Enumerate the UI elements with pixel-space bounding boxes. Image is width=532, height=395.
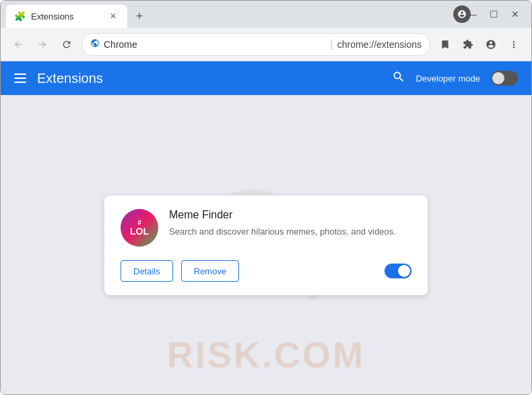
window-controls: — ☐ ✕	[464, 6, 523, 22]
close-button[interactable]: ✕	[507, 6, 523, 22]
search-icon[interactable]	[392, 70, 405, 87]
extensions-button[interactable]	[459, 35, 477, 54]
toggle-knob	[492, 72, 504, 84]
bookmark-button[interactable]	[436, 35, 455, 54]
minimize-button[interactable]: —	[464, 6, 480, 22]
developer-mode-toggle[interactable]	[491, 71, 518, 86]
developer-mode-label: Developer mode	[416, 73, 480, 84]
new-tab-button[interactable]: +	[130, 7, 149, 26]
tab-close-button[interactable]: ✕	[107, 10, 119, 22]
maximize-button[interactable]: ☐	[486, 6, 502, 22]
title-bar: 🧩 Extensions ✕ + — ☐ ✕	[1, 1, 531, 28]
extension-logo-inner: # LOL	[130, 220, 149, 236]
tab-bar: 🧩 Extensions ✕ +	[6, 1, 149, 28]
more-button[interactable]	[504, 35, 523, 54]
extension-description: Search and discover hilarious memes, pho…	[169, 225, 411, 239]
url-separator: |	[331, 38, 333, 51]
toolbar-icons	[436, 35, 523, 54]
address-bar: Chrome | chrome://extensions	[1, 28, 531, 61]
watermark-text: RISK.COM	[167, 334, 365, 375]
tab-icon: 🧩	[14, 11, 26, 22]
extension-logo: # LOL	[121, 209, 158, 247]
page-title: Extensions	[37, 71, 381, 86]
extension-card: # LOL Meme Finder Search and discover hi…	[104, 195, 428, 295]
extension-enable-toggle[interactable]	[385, 264, 411, 278]
extensions-header: Extensions Developer mode	[1, 61, 531, 95]
site-icon	[90, 38, 100, 50]
tab-title: Extensions	[31, 11, 102, 22]
url-path: chrome://extensions	[337, 39, 422, 50]
forward-button[interactable]	[33, 35, 52, 54]
active-tab[interactable]: 🧩 Extensions ✕	[6, 5, 127, 28]
extension-info: Meme Finder Search and discover hilariou…	[169, 209, 411, 239]
profile-button[interactable]	[481, 35, 500, 54]
details-button[interactable]: Details	[121, 260, 173, 282]
reload-button[interactable]	[57, 35, 76, 54]
menu-button[interactable]	[14, 73, 26, 83]
main-content: RISK.COM # LOL Meme Finder Search and di…	[1, 95, 531, 395]
remove-button[interactable]: Remove	[181, 260, 239, 282]
extension-card-header: # LOL Meme Finder Search and discover hi…	[121, 209, 411, 247]
back-button[interactable]	[9, 35, 28, 54]
url-bar[interactable]: Chrome | chrome://extensions	[81, 33, 430, 56]
extension-card-footer: Details Remove	[121, 260, 411, 282]
toggle-on-knob	[398, 265, 410, 277]
logo-lol: LOL	[130, 226, 149, 236]
site-name: Chrome	[104, 39, 327, 50]
extension-name: Meme Finder	[169, 209, 411, 221]
